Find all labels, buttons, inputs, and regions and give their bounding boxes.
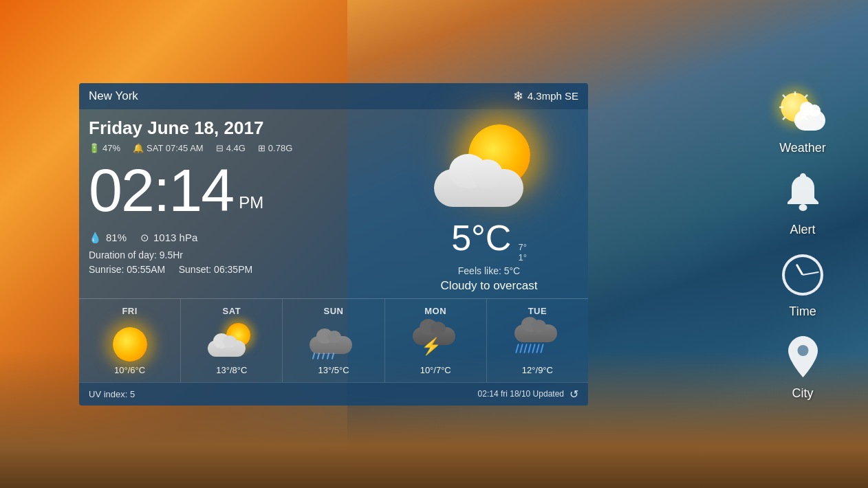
hrd3: [524, 343, 528, 353]
weather-icon-large: [434, 124, 544, 214]
memory-status: ⊞ 0.78G: [258, 143, 292, 153]
storm-body-mon: ⚡: [413, 327, 455, 345]
day-label-tue: TUE: [528, 306, 547, 316]
sunset-text: Sunset: 06:35PM: [179, 264, 252, 275]
alert-label: Alert: [790, 223, 815, 237]
storm-cloud-mon: ⚡: [413, 327, 455, 345]
time-display: 02:14 PM: [89, 160, 400, 221]
time-big: 02:14: [89, 160, 233, 221]
time-label: Time: [789, 304, 816, 319]
sidebar-item-city[interactable]: City: [779, 333, 827, 401]
temp-high: 7°: [518, 242, 526, 252]
status-bar: 🔋 47% 🔔 SAT 07:45 AM ⊟ 4.4G ⊞ 0.78G: [89, 143, 400, 153]
storm-lightning-mon: ⚡: [421, 337, 442, 356]
forecast-bar: FRI 10°/6°C SAT 13°/8°C SUN: [79, 298, 588, 382]
rain-cloud-body-tue: [514, 324, 557, 342]
day-label-sat: SAT: [223, 306, 241, 316]
widget-header: New York ❄ 4.3mph SE: [79, 83, 588, 109]
svg-line-6: [805, 95, 807, 98]
forecast-icon-fri: [106, 322, 154, 359]
time-sidebar-icon: [779, 251, 827, 299]
battery-status: 🔋 47%: [89, 143, 120, 153]
wind-info: ❄ 4.3mph SE: [513, 89, 578, 104]
current-temp: 5°C: [451, 217, 511, 258]
refresh-icon[interactable]: ↺: [569, 388, 578, 401]
sun-line: Sunrise: 05:55AM Sunset: 06:35PM: [89, 264, 400, 275]
memory-icon: ⊞: [258, 143, 265, 153]
forecast-day-fri: FRI 10°/6°C: [79, 299, 181, 382]
clock-hand-minute: [803, 271, 819, 276]
uv-index: UV index: 5: [89, 389, 135, 399]
drop2: [317, 352, 321, 359]
hrd4: [528, 343, 532, 353]
storage-status: ⊟ 4.4G: [216, 143, 246, 153]
weather-label: Weather: [779, 141, 826, 155]
widget-body: Friday June 18, 2017 🔋 47% 🔔 SAT 07:45 A…: [79, 109, 588, 293]
city-label: City: [792, 386, 814, 401]
pressure-stat: ⊙ 1013 hPa: [140, 232, 197, 244]
cloud-main: [434, 169, 523, 207]
time-ampm: PM: [239, 193, 263, 212]
sidebar-item-weather[interactable]: Weather: [779, 87, 827, 155]
forecast-day-mon: MON ⚡ 10°/7°C: [385, 299, 487, 382]
alarm-icon: 🔔: [133, 143, 144, 153]
sidebar-item-alert[interactable]: Alert: [779, 169, 827, 237]
svg-line-7: [783, 117, 785, 120]
temp-mon: 10°/7°C: [420, 365, 451, 375]
alarm-status: 🔔 SAT 07:45 AM: [133, 143, 204, 153]
day-label-mon: MON: [424, 306, 446, 316]
temp-sat: 13°/8°C: [216, 365, 247, 375]
svg-point-9: [797, 345, 808, 356]
forecast-icon-tue: [513, 322, 561, 359]
feels-like: Feels like: 5°C: [441, 265, 538, 276]
city-name: New York: [89, 89, 138, 103]
temp-section: 5°C 7° 1° Feels like: 5°C Cloudy to over…: [441, 217, 538, 293]
humidity-stat: 💧 81%: [89, 232, 127, 244]
heavy-rain-drops-tue: [517, 344, 543, 353]
sdc-body-sun: [310, 336, 352, 354]
forecast-icon-sat: [208, 322, 256, 359]
sidebar-item-time[interactable]: Time: [779, 251, 827, 319]
cloud-body: [434, 169, 523, 207]
update-info: 02:14 fri 18/10 Updated ↺: [478, 388, 578, 401]
weather-widget: New York ❄ 4.3mph SE Friday June 18, 201…: [79, 83, 588, 406]
battery-icon: 🔋: [89, 143, 100, 153]
sidebar-icons: Weather Alert Time: [779, 87, 827, 401]
svg-point-8: [799, 204, 807, 211]
rain-sun: [313, 353, 334, 359]
svg-line-4: [783, 95, 785, 98]
updated-text: 02:14 fri 18/10 Updated: [478, 389, 564, 399]
forecast-icon-mon: ⚡: [411, 322, 459, 359]
temp-sun: 13°/5°C: [318, 365, 349, 375]
humidity-icon: 💧: [89, 232, 102, 244]
hrd2: [520, 343, 524, 353]
drop1: [312, 352, 316, 359]
right-panel: 5°C 7° 1° Feels like: 5°C Cloudy to over…: [400, 118, 578, 293]
drop4: [327, 352, 330, 359]
condition: Cloudy to overcast: [441, 279, 538, 293]
rainy-cloud-sun: [310, 336, 352, 354]
drop5: [332, 352, 335, 359]
weather-stats: 💧 81% ⊙ 1013 hPa: [89, 232, 400, 244]
temp-fri: 10°/6°C: [114, 365, 145, 375]
alert-sidebar-icon: [779, 169, 827, 217]
left-panel: Friday June 18, 2017 🔋 47% 🔔 SAT 07:45 A…: [89, 118, 400, 293]
cloud-shape: [434, 169, 523, 207]
forecast-day-tue: TUE: [487, 299, 588, 382]
temp-range: 7° 1°: [518, 242, 526, 263]
hrd5: [532, 343, 536, 353]
bell-svg: [784, 172, 822, 214]
hrd7: [541, 343, 545, 353]
day-label-sun: SUN: [324, 306, 344, 316]
small-cloud-sat: [208, 340, 246, 357]
widget-footer: UV index: 5 02:14 fri 18/10 Updated ↺: [79, 382, 588, 406]
wind-speed: 4.3mph SE: [528, 90, 578, 102]
forecast-icon-sun: [310, 322, 358, 359]
weather-sidebar-icon: [779, 87, 827, 135]
temp-row: 5°C 7° 1°: [441, 217, 538, 263]
hrd6: [536, 343, 541, 353]
forecast-day-sun: SUN 13°/5°C: [283, 299, 384, 382]
sc-body-sat: [208, 340, 246, 357]
drop3: [322, 352, 325, 359]
heavy-rain-cloud-tue: [514, 324, 557, 342]
